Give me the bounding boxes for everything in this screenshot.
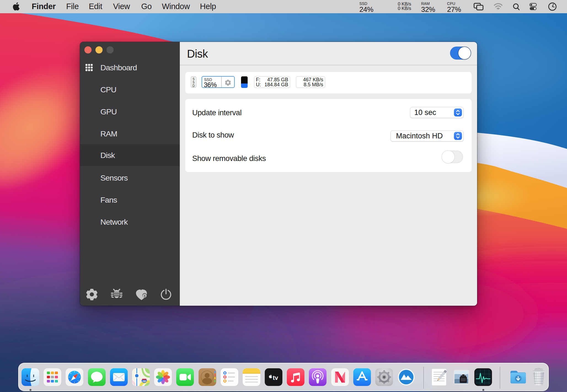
svg-text:280: 280 — [142, 380, 146, 383]
svg-text:tv: tv — [273, 374, 278, 381]
